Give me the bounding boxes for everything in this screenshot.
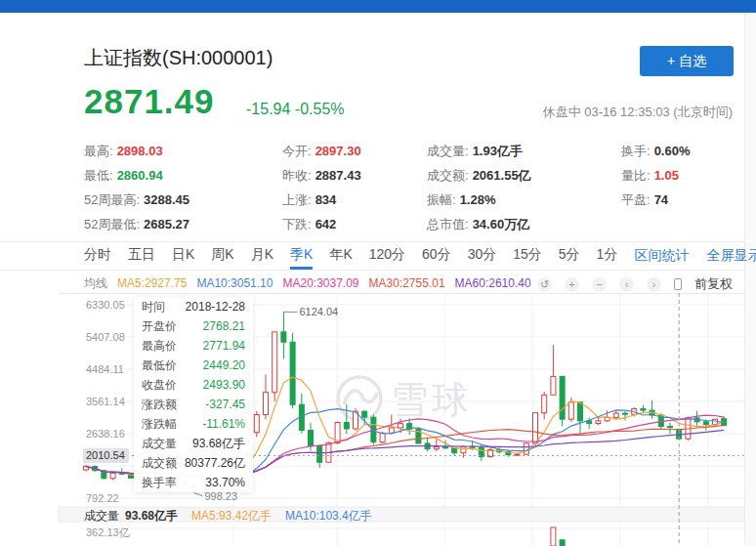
volume-legend: 成交量 93.68亿手 MA5:93.42亿手MA10:103.4亿手	[84, 508, 372, 524]
tab-日K[interactable]: 日K	[172, 242, 194, 270]
stat-label: 成交量:	[427, 144, 469, 158]
tab-季K[interactable]: 季K	[290, 242, 313, 270]
screenshot-icon[interactable]	[674, 278, 682, 290]
tab-15分[interactable]: 15分	[513, 242, 542, 270]
stat-value: 74	[654, 192, 668, 207]
tooltip-value: 93.68亿手	[192, 434, 245, 453]
page-title: 上证指数(SH:000001)	[84, 45, 273, 71]
tooltip-row: 收盘价2493.90	[142, 375, 245, 395]
stat-item: 52周最高:3288.45	[84, 191, 282, 209]
link-区间统计[interactable]: 区间统计	[634, 247, 689, 265]
tooltip-row: 换手率33.70%	[142, 473, 245, 492]
stat-label: 上涨:	[282, 192, 312, 207]
stat-label: 平盘:	[621, 192, 651, 207]
stat-label: 昨收:	[282, 168, 312, 183]
tooltip-label: 最低价	[142, 356, 177, 375]
stat-value: 2061.55亿	[473, 168, 531, 183]
stat-item: 总市值:34.60万亿	[427, 216, 621, 233]
tooltip-value: 2771.94	[203, 336, 245, 356]
top-bar	[0, 0, 756, 13]
tab-周K[interactable]: 周K	[211, 242, 233, 270]
change-amount: -15.94	[246, 101, 290, 117]
stat-value: 2898.03	[117, 144, 163, 158]
stat-item: 最低:2860.94	[84, 167, 282, 185]
ma-legend-item: MA5:2927.75	[117, 276, 187, 290]
stat-label: 成交额:	[427, 168, 469, 183]
tab-五日[interactable]: 五日	[128, 242, 155, 270]
ma-legend-title: 均线	[84, 275, 107, 292]
stat-value: 1.28%	[460, 192, 496, 207]
tooltip-row: 最高价2771.94	[142, 336, 245, 356]
stat-item: 量比:1.05	[621, 167, 744, 185]
stat-item: 振幅:1.28%	[427, 191, 621, 209]
stat-value: 2685.27	[144, 217, 189, 231]
stat-value: 1.05	[654, 168, 679, 183]
market-status: 休盘中 03-16 12:35:03 (北京时间)	[543, 104, 733, 121]
stat-label: 换手:	[621, 144, 651, 158]
tab-120分[interactable]: 120分	[369, 242, 405, 270]
stat-value: 2887.43	[315, 168, 361, 183]
link-全屏显示[interactable]: 全屏显示	[706, 247, 756, 265]
stat-value: 3288.45	[144, 192, 189, 207]
stat-item: 今开:2897.30	[282, 143, 427, 160]
adjust-mode-label[interactable]: 前复权	[694, 275, 733, 293]
tooltip-label: 成交量	[142, 434, 177, 453]
high-annotation: 6124.04	[283, 306, 338, 317]
stat-label: 总市值:	[427, 217, 469, 231]
zoom-out-icon[interactable]: −	[592, 277, 607, 292]
stat-label: 52周最高:	[84, 192, 140, 207]
ma-legend: 均线 MA5:2927.75MA10:3051.10MA20:3037.09MA…	[84, 274, 531, 292]
stat-value: 1.93亿手	[473, 144, 523, 158]
tab-分时[interactable]: 分时	[84, 242, 111, 270]
volume-ma-item: MA5:93.42亿手	[191, 508, 272, 525]
stat-item: 换手:0.60%	[621, 143, 744, 160]
stat-item: 昨收:2887.43	[282, 167, 427, 185]
period-tab-bar: 分时五日日K周K月K季K年K120分60分30分15分5分1分 区间统计全屏显示	[0, 241, 744, 271]
stat-label: 今开:	[282, 144, 312, 158]
svg-text:5407.08: 5407.08	[86, 331, 125, 343]
tooltip-value: 2018-12-28	[186, 297, 245, 316]
tooltip-label: 换手率	[142, 473, 177, 492]
change-percent: -0.55%	[295, 101, 345, 117]
stat-item: 上涨:834	[282, 191, 427, 209]
stat-label: 最低:	[84, 168, 113, 183]
tooltip-value: -11.61%	[202, 414, 245, 434]
pan-right-icon[interactable]: ›	[647, 277, 661, 292]
stat-item: 下跌:642	[282, 216, 427, 233]
tooltip-row: 成交量93.68亿手	[142, 434, 245, 453]
svg-text:4484.11: 4484.11	[86, 363, 124, 375]
pan-left-icon[interactable]: ‹	[619, 277, 634, 292]
follow-button[interactable]: + 自选	[640, 46, 734, 76]
stat-value: 0.60%	[654, 144, 691, 158]
tooltip-row: 时间2018-12-28	[142, 297, 245, 316]
tooltip-row: 开盘价2768.21	[142, 316, 245, 336]
svg-text:6330.05: 6330.05	[86, 299, 125, 311]
stat-item: 52周最低:2685.27	[84, 216, 282, 233]
tab-1分[interactable]: 1分	[597, 242, 618, 270]
tooltip-value: 2768.21	[203, 316, 245, 336]
stat-value: 34.60万亿	[473, 217, 530, 231]
stat-label: 最高:	[84, 144, 113, 158]
stat-value: 2860.94	[117, 168, 163, 183]
tooltip-row: 最低价2449.20	[142, 356, 245, 375]
tab-30分[interactable]: 30分	[468, 242, 497, 270]
volume-ma-item: MA10:103.4亿手	[285, 508, 372, 525]
tab-60分[interactable]: 60分	[422, 242, 451, 270]
zoom-in-icon[interactable]: +	[565, 277, 579, 292]
stat-value: 2897.30	[315, 144, 361, 158]
stats-grid: 最高:2898.03今开:2897.30成交量:1.93亿手换手:0.60%最低…	[84, 139, 744, 236]
tab-年K[interactable]: 年K	[329, 242, 352, 270]
tooltip-label: 开盘价	[142, 316, 177, 336]
tooltip-label: 最高价	[142, 336, 177, 356]
tooltip-value: 2449.20	[203, 356, 245, 375]
tooltip-label: 成交额	[142, 453, 177, 473]
tooltip-value: 2493.90	[203, 375, 245, 395]
reset-icon[interactable]: ↺	[537, 277, 552, 292]
tab-5分[interactable]: 5分	[559, 242, 580, 270]
tooltip-label: 涨跌幅	[142, 414, 177, 434]
chart-links: 区间统计全屏显示	[634, 242, 756, 270]
stat-item: 平盘:74	[621, 191, 744, 209]
chart-toolbar: ↺+−‹›前复权	[537, 275, 733, 293]
tab-月K[interactable]: 月K	[251, 242, 273, 270]
stat-item: 成交量:1.93亿手	[427, 143, 621, 160]
